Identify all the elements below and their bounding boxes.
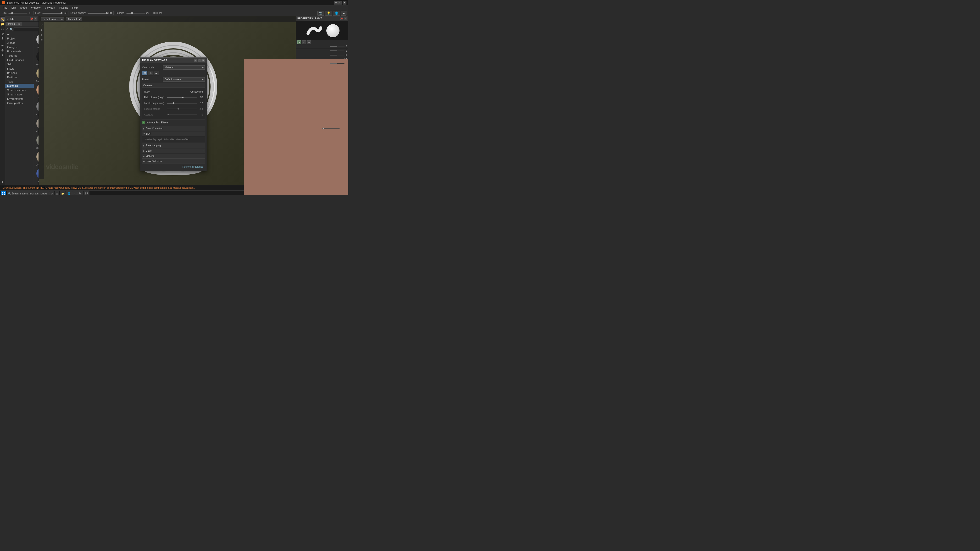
maximize-button[interactable]: □ <box>338 1 342 5</box>
category-all[interactable]: All <box>5 32 34 37</box>
rsp-slider-1[interactable] <box>330 46 345 47</box>
ds-close-btn[interactable]: ✕ <box>202 59 205 62</box>
color-correction-header[interactable]: ▶ Color Correction <box>142 126 205 131</box>
material-item-14[interactable]: Concrete Sk... <box>35 150 38 167</box>
fov-slider[interactable] <box>167 97 197 98</box>
toolbar-render-btn[interactable]: ▶ <box>341 11 347 16</box>
ds-minimize-btn[interactable]: ─ <box>194 59 197 62</box>
menu-mode[interactable]: Mode <box>18 6 29 10</box>
post-effects-checkbox[interactable]: ✓ <box>142 121 145 124</box>
taskbar-substance[interactable]: SP <box>83 191 89 195</box>
rsp-slider-2[interactable] <box>330 51 345 51</box>
taskbar-taskview[interactable]: ⊡ <box>54 191 59 195</box>
properties-close-btn[interactable]: ✕ <box>344 17 347 20</box>
spacing-slider[interactable] <box>126 13 145 14</box>
menu-file[interactable]: File <box>1 6 9 10</box>
taskbar-photoshop[interactable]: Ps <box>77 191 83 195</box>
rsp-slider-3[interactable] <box>330 55 345 56</box>
taskbar-explorer[interactable]: 📁 <box>60 191 65 195</box>
sidebar-info-icon[interactable]: ℹ <box>0 53 5 57</box>
brush-clone-mode[interactable]: ⊕ <box>307 40 311 44</box>
materials-tab-close[interactable]: ✕ <box>18 23 20 25</box>
rsp-slider-5[interactable] <box>330 64 345 64</box>
vp-fit-tool[interactable]: ⊡ <box>39 37 43 41</box>
ds-icon-3d[interactable]: ⊡ <box>148 71 153 75</box>
category-particles[interactable]: Particles <box>5 75 34 79</box>
vp-rotate-tool[interactable]: ↺ <box>39 23 43 27</box>
sidebar-text-icon[interactable]: T <box>0 37 5 41</box>
sidebar-browse-icon[interactable]: 📁 <box>0 22 5 26</box>
camera-section-header[interactable]: Camera <box>142 83 205 88</box>
material-item-0[interactable]: Aluminium... <box>35 33 38 49</box>
material-item-4[interactable]: Baked Light... <box>35 67 38 83</box>
start-button[interactable] <box>1 191 6 195</box>
category-hard-surfaces[interactable]: Hard Surfaces <box>5 58 34 62</box>
brush-erase-mode[interactable]: ◻ <box>302 40 306 44</box>
material-item-10[interactable]: Concrete B... <box>35 117 38 133</box>
sidebar-bottom-icon[interactable]: ▼ <box>0 180 5 184</box>
category-tools[interactable]: Tools <box>5 79 34 84</box>
flow-slider[interactable] <box>42 13 62 14</box>
preset-select[interactable]: Default camera <box>163 77 205 81</box>
glare-header[interactable]: ▶ Glare ✓ <box>142 149 205 153</box>
taskbar-search[interactable]: 🔍 Введите здесь текст для поиска <box>7 191 49 195</box>
lens-distortion-header[interactable]: ▶ Lens Distortion <box>142 159 205 164</box>
material-item-2[interactable]: Artificial Lea... <box>35 50 38 66</box>
material-item-6[interactable]: Calf Skin <box>35 83 38 100</box>
material-item-16[interactable]: Denim River <box>35 167 38 183</box>
close-button[interactable]: ✕ <box>343 1 347 5</box>
toolbar-camera-btn[interactable]: 📷 <box>317 11 324 16</box>
ds-icon-mat[interactable]: ◼ <box>154 71 159 75</box>
material-item-12[interactable]: Concrete D... <box>35 133 38 150</box>
category-brushes[interactable]: Brushes <box>5 71 34 75</box>
vp-pan-tool[interactable]: ✥ <box>39 28 43 32</box>
material-item-8[interactable]: Coated Metal <box>35 100 38 116</box>
vp-zoom-tool[interactable]: ⊕ <box>39 33 43 37</box>
size-slider[interactable] <box>8 13 27 14</box>
sidebar-move-icon[interactable]: ⊕ <box>0 32 5 36</box>
category-alphas[interactable]: Alphas <box>5 41 34 45</box>
category-textures[interactable]: Textures <box>5 54 34 58</box>
sidebar-paint-icon[interactable]: ✏️ <box>0 17 5 22</box>
category-smart-masks[interactable]: Smart masks <box>5 92 34 97</box>
taskbar-cortana[interactable]: ⊙ <box>49 191 54 195</box>
focal-length-slider[interactable] <box>167 103 197 103</box>
category-environments[interactable]: Environments <box>5 97 34 101</box>
category-color-profiles[interactable]: Color profiles <box>5 101 34 105</box>
material-select[interactable]: Material <box>66 17 82 21</box>
category-grunges[interactable]: Grunges <box>5 45 34 49</box>
view-mode-select[interactable]: Material <box>163 65 205 70</box>
menu-plugins[interactable]: Plugins <box>57 6 70 10</box>
category-procedurals[interactable]: Procedurals <box>5 49 34 54</box>
materials-tab[interactable]: Materi... ✕ <box>6 22 22 26</box>
sidebar-eye-icon[interactable]: 👁 <box>0 43 5 48</box>
camera-select[interactable]: Default camera <box>41 17 64 21</box>
opacity-slider[interactable] <box>88 13 107 14</box>
rsp-slider-4[interactable] <box>329 59 343 60</box>
sidebar-settings-icon[interactable]: ⚙ <box>0 48 5 52</box>
material-item-18[interactable]: Fabric Base... <box>35 184 38 185</box>
properties-pin-btn[interactable]: 📌 <box>340 17 343 20</box>
ds-maximize-btn[interactable]: □ <box>197 59 201 62</box>
dof-section-header[interactable]: ▼ DOF <box>142 132 205 136</box>
taskbar-spotify[interactable]: ♫ <box>72 191 77 195</box>
brush-paint-mode[interactable]: 🖌 <box>298 40 301 44</box>
menu-edit[interactable]: Edit <box>10 6 18 10</box>
hardness-slider[interactable] <box>322 129 340 129</box>
tone-mapping-header[interactable]: ▶ Tone Mapping <box>142 143 205 148</box>
sidebar-selection-icon[interactable]: ⬚ <box>0 27 5 31</box>
category-filters[interactable]: Filters <box>5 67 34 71</box>
taskbar-chrome[interactable]: 🌐 <box>66 191 72 195</box>
menu-window[interactable]: Window <box>29 6 42 10</box>
shelf-close-btn[interactable]: ✕ <box>34 17 37 21</box>
category-smart-materials[interactable]: Smart materials <box>5 88 34 92</box>
menu-help[interactable]: Help <box>70 6 80 10</box>
vignette-header[interactable]: ▶ Vignette <box>142 154 205 159</box>
category-skin[interactable]: Skin <box>5 62 34 67</box>
category-materials[interactable]: Materials <box>5 84 34 88</box>
toolbar-env-btn[interactable]: 🌐 <box>333 11 340 16</box>
restore-defaults-btn[interactable]: Restore all defaults <box>182 165 203 168</box>
ds-icon-photo[interactable]: 🖼 <box>142 71 147 75</box>
menu-viewport[interactable]: Viewport <box>43 6 57 10</box>
shelf-pin-btn[interactable]: 📌 <box>30 17 33 21</box>
